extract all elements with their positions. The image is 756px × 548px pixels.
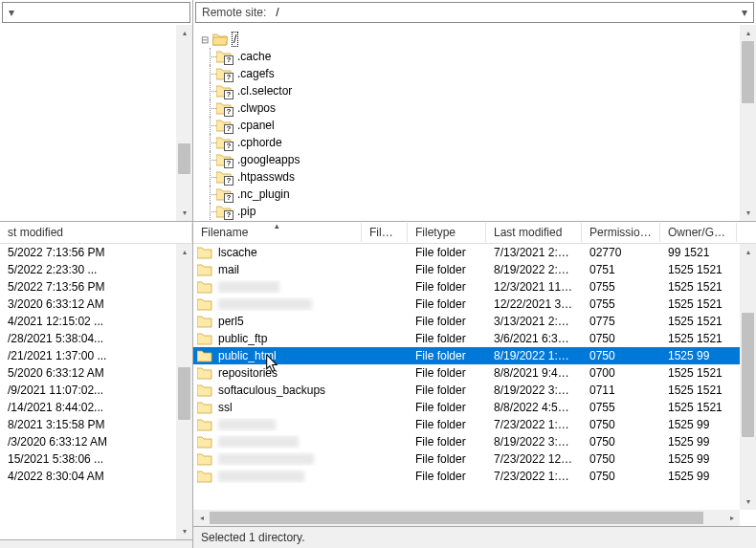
local-file-list[interactable]: 5/2022 7:13:56 PM 5/2022 2:23:30 ... 5/2… (0, 244, 192, 539)
question-badge-icon: ? (224, 124, 233, 134)
column-owner-group[interactable]: Owner/Group (660, 223, 737, 242)
local-column-headers[interactable]: st modified (0, 222, 192, 244)
column-last-modified[interactable]: Last modified (486, 223, 582, 242)
scroll-down-button[interactable]: ▾ (176, 523, 192, 539)
tree-item[interactable]: ? .cache (199, 48, 756, 65)
list-item[interactable]: 4/2022 8:30:04 AM (0, 468, 192, 485)
folder-icon (197, 297, 212, 311)
scroll-left-button[interactable]: ◂ (193, 510, 210, 526)
cell-filename (193, 452, 362, 466)
question-badge-icon: ? (224, 73, 233, 82)
question-badge-icon: ? (224, 55, 233, 65)
table-row[interactable]: repositories File folder 8/8/2021 9:42:0… (193, 364, 756, 382)
cell-filename-text: public_html (218, 349, 277, 362)
table-row[interactable]: File folder 7/23/2022 12:5... 0750 1525 … (193, 450, 756, 468)
list-item[interactable]: /9/2021 11:07:02... (0, 382, 192, 399)
folder-icon: ? (216, 170, 232, 184)
scroll-up-button[interactable]: ▴ (740, 25, 756, 41)
tree-item[interactable]: ? .htpasswds (199, 168, 756, 186)
column-permissions[interactable]: Permissions (582, 223, 660, 242)
table-row[interactable]: perl5 File folder 3/13/2021 2:02:... 077… (193, 313, 756, 330)
scrollbar-vertical[interactable]: ▴ ▾ (740, 25, 756, 221)
list-item[interactable]: /14/2021 8:44:02... (0, 399, 192, 416)
table-row[interactable]: softaculous_backups File folder 8/19/202… (193, 382, 756, 399)
table-row[interactable]: File folder 12/3/2021 11:4... 0755 1525 … (193, 278, 756, 296)
list-item[interactable]: 15/2021 5:38:06 ... (0, 450, 192, 468)
table-row[interactable]: ssl File folder 8/8/2022 4:56:3... 0755 … (193, 399, 756, 416)
cell-owner-group: 1525 99 (660, 435, 737, 449)
list-item[interactable]: 4/2021 12:15:02 ... (0, 313, 192, 330)
scrollbar-vertical[interactable]: ▴ ▾ (176, 244, 192, 539)
scroll-down-button[interactable]: ▾ (176, 205, 192, 221)
list-item[interactable]: 8/2021 3:15:58 PM (0, 416, 192, 433)
tree-item[interactable]: ? .pip (199, 203, 756, 220)
cell-last-modified: 7/23/2022 1:11:... (486, 418, 582, 431)
table-row[interactable]: lscache File folder 7/13/2021 2:57:... 0… (193, 244, 756, 261)
collapse-icon[interactable]: ⊟ (199, 34, 211, 45)
cell-last-modified: 8/19/2022 3:45:... (486, 435, 582, 449)
cell-last-modified: 5/2022 7:13:56 PM (0, 246, 192, 259)
folder-icon: ? (216, 187, 232, 201)
list-item[interactable]: 5/2022 2:23:30 ... (0, 261, 192, 278)
cell-last-modified: 12/3/2021 11:4... (486, 280, 582, 294)
column-filetype[interactable]: Filetype (408, 223, 486, 242)
folder-icon: ? (216, 136, 232, 149)
table-row[interactable]: File folder 7/23/2022 1:11:... 0750 1525… (193, 468, 756, 485)
cell-permissions: 0750 (582, 418, 660, 431)
column-filename[interactable]: Filename▴ (193, 223, 362, 242)
column-filesize[interactable]: Filesize (362, 223, 408, 242)
tree-root-row[interactable]: ⊟ / (199, 31, 756, 48)
remote-site-input[interactable] (272, 4, 736, 21)
tree-item[interactable]: ? .cagefs (199, 65, 756, 82)
list-item[interactable]: 5/2022 7:13:56 PM (0, 244, 192, 261)
chevron-down-icon[interactable]: ▾ (3, 3, 20, 22)
tree-item[interactable]: ? .googleapps (199, 151, 756, 168)
table-row[interactable]: mail File folder 8/19/2022 2:23:... 0751… (193, 261, 756, 278)
table-row[interactable]: public_html File folder 8/19/2022 1:41:.… (193, 347, 756, 364)
column-last-modified[interactable]: st modified (0, 223, 192, 242)
list-item[interactable]: /28/2021 5:38:04... (0, 330, 192, 347)
tree-item[interactable]: ? .cpanel (199, 117, 756, 134)
tree-item[interactable]: ? .cphorde (199, 134, 756, 151)
cell-last-modified: 7/13/2021 2:57:... (486, 246, 582, 259)
scrollbar-vertical[interactable]: ▴ ▾ (176, 25, 192, 221)
local-tree-body[interactable]: ▴ ▾ (0, 25, 192, 221)
cell-permissions: 0750 (582, 452, 660, 466)
scroll-down-button[interactable]: ▾ (740, 493, 756, 510)
cell-last-modified: 3/2020 6:33:12 AM (0, 297, 192, 311)
cell-filetype: File folder (408, 452, 486, 466)
scrollbar-vertical[interactable]: ▴ ▾ (740, 244, 756, 510)
table-row[interactable]: File folder 7/23/2022 1:11:... 0750 1525… (193, 416, 756, 433)
table-row[interactable]: File folder 12/22/2021 3:1... 0755 1525 … (193, 296, 756, 313)
table-row[interactable]: File folder 8/19/2022 3:45:... 0750 1525… (193, 433, 756, 450)
cell-filetype: File folder (408, 349, 486, 362)
list-item[interactable]: /3/2020 6:33:12 AM (0, 433, 192, 450)
folder-icon: ? (216, 153, 232, 166)
remote-tree-body[interactable]: ⊟ / ? .cache (193, 25, 756, 221)
chevron-down-icon[interactable]: ▾ (736, 3, 753, 22)
tree-item[interactable]: ? .clwpos (199, 99, 756, 117)
folder-icon (197, 384, 212, 397)
cell-owner-group: 1525 99 (660, 349, 737, 362)
remote-file-list[interactable]: lscache File folder 7/13/2021 2:57:... 0… (193, 244, 756, 526)
table-row[interactable]: public_ftp File folder 3/6/2021 6:36:2..… (193, 330, 756, 347)
folder-icon: ? (216, 84, 232, 98)
list-item[interactable]: 3/2020 6:33:12 AM (0, 296, 192, 313)
list-item[interactable]: 5/2020 6:33:12 AM (0, 364, 192, 382)
list-item[interactable]: /21/2021 1:37:00 ... (0, 347, 192, 364)
tree-item[interactable]: ? .cl.selector (199, 82, 756, 99)
tree-item[interactable]: ? .nc_plugin (199, 186, 756, 203)
cell-filename: mail (193, 263, 362, 276)
local-site-field[interactable]: ▾ (2, 2, 190, 23)
scroll-down-button[interactable]: ▾ (740, 205, 756, 221)
remote-column-headers[interactable]: Filename▴ Filesize Filetype Last modifie… (193, 222, 756, 244)
scroll-right-button[interactable]: ▸ (723, 510, 740, 526)
list-item[interactable]: 5/2022 7:13:56 PM (0, 278, 192, 296)
scroll-up-button[interactable]: ▴ (740, 244, 756, 260)
scroll-up-button[interactable]: ▴ (176, 25, 192, 41)
remote-site-field[interactable]: Remote site: ▾ (195, 2, 754, 23)
scrollbar-horizontal[interactable]: ◂ ▸ (193, 510, 740, 526)
folder-icon (197, 401, 212, 414)
scroll-up-button[interactable]: ▴ (176, 244, 192, 260)
cell-last-modified: /28/2021 5:38:04... (0, 332, 192, 345)
